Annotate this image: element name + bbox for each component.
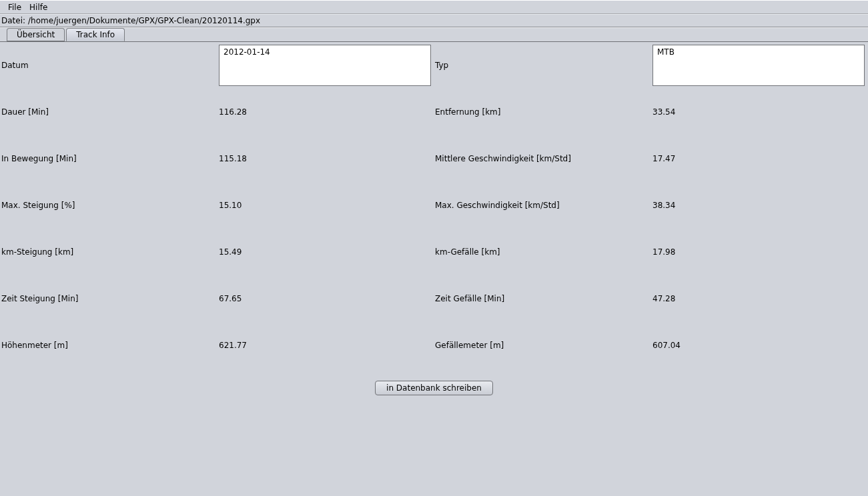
value-zeitsteig: 67.65 [218, 275, 434, 322]
label-gefaellemeter: Gefällemeter [m] [434, 322, 651, 369]
menu-file[interactable]: File [4, 3, 25, 12]
value-maxgeschw: 38.34 [651, 182, 867, 229]
label-entfernung: Entfernung [km] [434, 89, 651, 135]
value-kmgefaelle: 17.98 [651, 229, 867, 275]
menubar: File Hilfe [0, 0, 868, 14]
label-maxsteig: Max. Steigung [%] [0, 182, 218, 229]
value-maxsteig: 15.10 [218, 182, 434, 229]
value-kmsteig: 15.49 [218, 229, 434, 275]
value-hoehenmeter: 621.77 [218, 322, 434, 369]
value-zeitgefaelle: 47.28 [651, 275, 867, 322]
label-maxgeschw: Max. Geschwindigkeit [km/Std] [434, 182, 651, 229]
label-hoehenmeter: Höhenmeter [m] [0, 322, 218, 369]
input-typ[interactable] [653, 45, 865, 86]
tabbar: Übersicht Track Info [0, 27, 868, 42]
file-path-line: Datei: /home/juergen/Dokumente/GPX/GPX-C… [0, 14, 868, 27]
value-mittgeschw: 17.47 [651, 135, 867, 182]
value-entfernung: 33.54 [651, 89, 867, 135]
label-mittgeschw: Mittlere Geschwindigkeit [km/Std] [434, 135, 651, 182]
file-prefix: Datei: [1, 16, 25, 25]
value-dauer: 116.28 [218, 89, 434, 135]
tab-trackinfo[interactable]: Track Info [66, 28, 125, 41]
label-dauer: Dauer [Min] [0, 89, 218, 135]
content-area: Datum Typ Dauer [Min] 116.28 Entfernung … [0, 42, 868, 496]
label-zeitgefaelle: Zeit Gefälle [Min] [434, 275, 651, 322]
label-datum: Datum [0, 42, 218, 89]
menu-help[interactable]: Hilfe [25, 3, 51, 12]
file-path: /home/juergen/Dokumente/GPX/GPX-Clean/20… [28, 16, 260, 25]
input-datum[interactable] [219, 45, 431, 86]
value-inbewegung: 115.18 [218, 135, 434, 182]
write-db-button[interactable]: in Datenbank schreiben [375, 381, 493, 395]
label-kmsteig: km-Steigung [km] [0, 229, 218, 275]
tab-overview[interactable]: Übersicht [7, 28, 65, 41]
value-gefaellemeter: 607.04 [651, 322, 867, 369]
label-inbewegung: In Bewegung [Min] [0, 135, 218, 182]
label-typ: Typ [434, 42, 651, 89]
label-kmgefaelle: km-Gefälle [km] [434, 229, 651, 275]
label-zeitsteig: Zeit Steigung [Min] [0, 275, 218, 322]
